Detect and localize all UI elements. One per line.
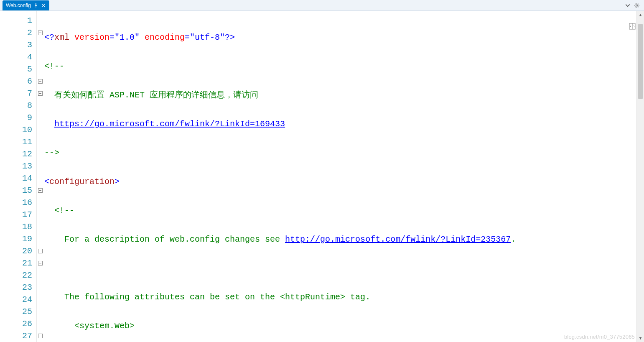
scroll-thumb[interactable] bbox=[638, 24, 643, 99]
pin-icon[interactable] bbox=[33, 3, 38, 8]
line-number: 1 bbox=[0, 15, 36, 27]
scroll-up-icon[interactable]: ▲ bbox=[637, 11, 644, 19]
fold-toggle-icon[interactable] bbox=[38, 79, 43, 84]
code-area[interactable]: <?xml version="1.0" encoding="utf-8"?> <… bbox=[43, 11, 636, 342]
code-line[interactable]: For a description of web.config changes … bbox=[43, 233, 636, 245]
code-line[interactable]: --> bbox=[43, 147, 636, 159]
line-number: 7 bbox=[0, 87, 36, 100]
line-number: 25 bbox=[0, 306, 36, 318]
line-number: 11 bbox=[0, 136, 36, 148]
code-line[interactable]: 有关如何配置 ASP.NET 应用程序的详细信息，请访问 bbox=[43, 89, 636, 101]
line-number: 16 bbox=[0, 197, 36, 209]
code-editor[interactable]: 1 2 3 4 5 6 7 8 9 10 11 12 13 14 15 16 1… bbox=[0, 11, 644, 342]
line-number: 8 bbox=[0, 100, 36, 112]
tab-title: Web.config bbox=[6, 3, 31, 8]
tab-bar: Web.config bbox=[0, 0, 644, 11]
line-number: 20 bbox=[0, 245, 36, 257]
line-number: 21 bbox=[0, 257, 36, 269]
line-number: 6 bbox=[0, 75, 36, 87]
close-icon[interactable] bbox=[41, 3, 46, 8]
code-line[interactable]: https://go.microsoft.com/fwlink/?LinkId=… bbox=[43, 118, 636, 130]
fold-toggle-icon[interactable] bbox=[38, 31, 43, 35]
code-line[interactable] bbox=[43, 262, 636, 274]
code-line[interactable]: The following attributes can be set on t… bbox=[43, 291, 636, 303]
fold-toggle-icon[interactable] bbox=[38, 334, 43, 338]
dropdown-icon[interactable] bbox=[625, 3, 631, 8]
line-number: 5 bbox=[0, 63, 36, 75]
line-number: 27 bbox=[0, 330, 36, 342]
line-number-gutter: 1 2 3 4 5 6 7 8 9 10 11 12 13 14 15 16 1… bbox=[0, 11, 37, 342]
line-number: 26 bbox=[0, 318, 36, 330]
fold-toggle-icon[interactable] bbox=[38, 91, 43, 96]
fold-toggle-icon[interactable] bbox=[38, 188, 43, 193]
line-number: 2 bbox=[0, 27, 36, 39]
link[interactable]: https://go.microsoft.com/fwlink/?LinkId=… bbox=[54, 119, 285, 129]
editor-window: Web.config 1 2 3 4 5 6 bbox=[0, 0, 644, 342]
line-number: 12 bbox=[0, 148, 36, 160]
watermark: blog.csdn.net/m0_37752065 bbox=[564, 334, 635, 339]
code-line[interactable]: <!-- bbox=[43, 60, 636, 72]
line-number: 23 bbox=[0, 281, 36, 294]
tabbar-controls bbox=[625, 3, 644, 8]
line-number: 13 bbox=[0, 160, 36, 172]
gear-icon[interactable] bbox=[634, 3, 640, 8]
svg-point-0 bbox=[636, 5, 638, 6]
line-number: 10 bbox=[0, 124, 36, 136]
line-number: 24 bbox=[0, 294, 36, 306]
line-number: 18 bbox=[0, 221, 36, 233]
line-number: 15 bbox=[0, 184, 36, 197]
split-editor-icon[interactable] bbox=[629, 23, 636, 30]
line-number: 9 bbox=[0, 112, 36, 124]
code-line[interactable]: <system.Web> bbox=[43, 320, 636, 332]
scroll-down-icon[interactable]: ▼ bbox=[637, 334, 644, 342]
line-number: 14 bbox=[0, 172, 36, 184]
fold-toggle-icon[interactable] bbox=[38, 261, 43, 265]
line-number: 17 bbox=[0, 209, 36, 221]
line-number: 4 bbox=[0, 51, 36, 63]
line-number: 3 bbox=[0, 39, 36, 51]
tab-web-config[interactable]: Web.config bbox=[3, 0, 49, 10]
fold-gutter bbox=[37, 11, 43, 342]
link[interactable]: http://go.microsoft.com/fwlink/?LinkId=2… bbox=[285, 235, 511, 244]
code-line[interactable]: <configuration> bbox=[43, 176, 636, 188]
line-number: 19 bbox=[0, 233, 36, 245]
fold-guide bbox=[40, 79, 40, 338]
code-line[interactable]: <?xml version="1.0" encoding="utf-8"?> bbox=[43, 31, 636, 43]
code-line[interactable]: <!-- bbox=[43, 204, 636, 217]
vertical-scrollbar[interactable]: ▲ ▼ bbox=[636, 11, 644, 342]
line-number: 22 bbox=[0, 269, 36, 281]
fold-toggle-icon[interactable] bbox=[38, 249, 43, 253]
